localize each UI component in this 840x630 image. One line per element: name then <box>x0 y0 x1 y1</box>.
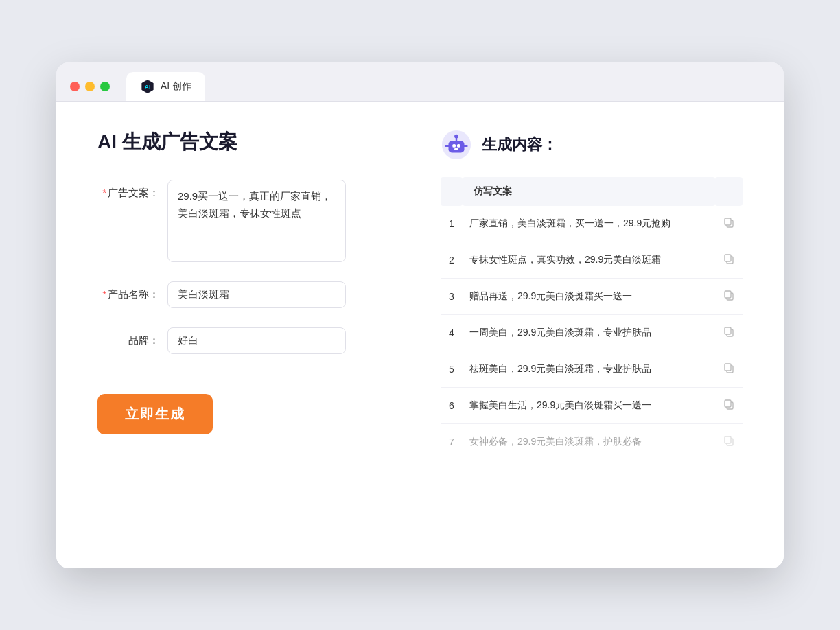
right-header: 生成内容： <box>441 129 743 161</box>
table-row: 7女神必备，29.9元美白淡斑霜，护肤必备 <box>441 423 743 460</box>
copy-cell <box>715 242 743 278</box>
page-title: AI 生成广告文案 <box>97 129 399 155</box>
copy-button[interactable] <box>722 252 736 268</box>
right-panel-title: 生成内容： <box>482 135 557 155</box>
product-name-group: *产品名称： <box>97 281 399 308</box>
row-text: 赠品再送，29.9元美白淡斑霜买一送一 <box>463 278 715 314</box>
row-text: 掌握美白生活，29.9元美白淡斑霜买一送一 <box>463 387 715 423</box>
copy-cell <box>715 423 743 460</box>
browser-content: AI 生成广告文案 *广告文案： *产品名称： 品 <box>56 102 784 568</box>
row-text: 厂家直销，美白淡斑霜，买一送一，29.9元抢购 <box>463 206 715 242</box>
copy-cell <box>715 387 743 423</box>
ad-copy-group: *广告文案： <box>97 180 399 262</box>
browser-titlebar: AI AI 创作 <box>56 62 784 102</box>
svg-rect-24 <box>725 436 731 443</box>
svg-rect-3 <box>449 141 465 152</box>
row-text: 专抹女性斑点，真实功效，29.9元美白淡斑霜 <box>463 242 715 278</box>
copy-cell <box>715 278 743 314</box>
minimize-button[interactable] <box>85 82 95 91</box>
row-number: 1 <box>441 206 463 242</box>
product-required-mark: * <box>102 288 106 300</box>
table-row: 4一周美白，29.9元美白淡斑霜，专业护肤品 <box>441 314 743 351</box>
copy-button[interactable] <box>722 325 736 341</box>
brand-label: 品牌： <box>97 327 159 347</box>
ad-copy-label: *广告文案： <box>97 180 159 200</box>
svg-rect-14 <box>725 255 731 261</box>
ad-copy-input[interactable] <box>167 180 346 262</box>
svg-rect-20 <box>725 364 731 371</box>
ad-required-mark: * <box>102 187 106 198</box>
table-header: 仿写文案 <box>463 177 715 206</box>
generate-button[interactable]: 立即生成 <box>97 394 213 434</box>
product-name-input[interactable] <box>167 281 346 308</box>
main-layout: AI 生成广告文案 *广告文案： *产品名称： 品 <box>97 129 743 460</box>
copy-button[interactable] <box>722 288 736 305</box>
table-row: 1厂家直销，美白淡斑霜，买一送一，29.9元抢购 <box>441 206 743 242</box>
copy-cell <box>715 206 743 242</box>
row-text: 一周美白，29.9元美白淡斑霜，专业护肤品 <box>463 314 715 351</box>
copy-button[interactable] <box>722 215 736 232</box>
results-table: 仿写文案 1厂家直销，美白淡斑霜，买一送一，29.9元抢购2专抹女性斑点，真实功… <box>441 177 743 460</box>
traffic-lights <box>70 82 110 91</box>
table-row: 5祛斑美白，29.9元美白淡斑霜，专业护肤品 <box>441 351 743 387</box>
svg-text:AI: AI <box>145 84 151 91</box>
brand-input[interactable] <box>167 327 346 354</box>
product-name-label: *产品名称： <box>97 281 159 301</box>
svg-point-8 <box>454 134 458 138</box>
row-number: 6 <box>441 387 463 423</box>
row-number: 4 <box>441 314 463 351</box>
copy-button[interactable] <box>722 434 736 450</box>
svg-rect-12 <box>725 218 731 225</box>
row-text: 女神必备，29.9元美白淡斑霜，护肤必备 <box>463 423 715 460</box>
copy-button[interactable] <box>722 361 736 377</box>
svg-rect-22 <box>725 400 731 407</box>
table-row: 2专抹女性斑点，真实功效，29.9元美白淡斑霜 <box>441 242 743 278</box>
copy-cell <box>715 351 743 387</box>
close-button[interactable] <box>70 82 80 91</box>
browser-tab[interactable]: AI AI 创作 <box>126 72 205 101</box>
row-number: 3 <box>441 278 463 314</box>
browser-window: AI AI 创作 AI 生成广告文案 *广告文案： *产品 <box>56 62 784 568</box>
svg-rect-18 <box>725 327 731 334</box>
svg-rect-6 <box>454 148 458 150</box>
row-text: 祛斑美白，29.9元美白淡斑霜，专业护肤品 <box>463 351 715 387</box>
svg-rect-16 <box>725 291 731 298</box>
row-number: 2 <box>441 242 463 278</box>
ai-tab-icon: AI <box>140 79 155 94</box>
tab-label: AI 创作 <box>161 80 191 93</box>
copy-button[interactable] <box>722 397 736 414</box>
table-row: 3赠品再送，29.9元美白淡斑霜买一送一 <box>441 278 743 314</box>
copy-cell <box>715 314 743 351</box>
maximize-button[interactable] <box>100 82 110 91</box>
left-panel: AI 生成广告文案 *广告文案： *产品名称： 品 <box>97 129 399 460</box>
brand-group: 品牌： <box>97 327 399 354</box>
row-number: 5 <box>441 351 463 387</box>
svg-rect-5 <box>457 144 460 148</box>
right-panel: 生成内容： 仿写文案 1厂家直销，美白淡斑霜，买一送一，29.9元抢购2专抹女性… <box>441 129 743 460</box>
svg-rect-4 <box>452 144 456 148</box>
robot-icon <box>441 129 472 161</box>
table-row: 6掌握美白生活，29.9元美白淡斑霜买一送一 <box>441 387 743 423</box>
row-number: 7 <box>441 423 463 460</box>
